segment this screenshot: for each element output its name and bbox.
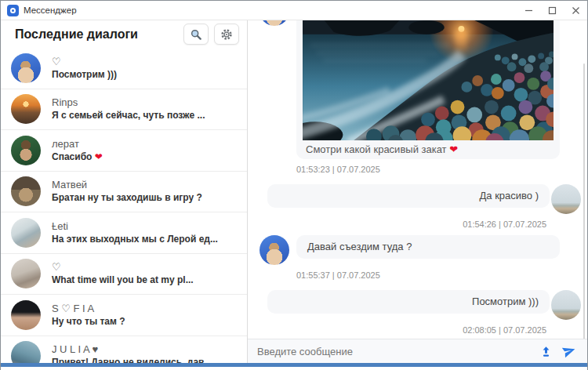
minimize-button[interactable]: [517, 1, 540, 20]
photo-message-bubble: Смотри какой красивый закат ❤: [296, 20, 560, 159]
dialog-preview: Привет! Давно не виделись, дав...: [52, 357, 212, 363]
dialog-preview: Ну что ты там ?: [52, 317, 125, 327]
outgoing-message-bubble: Посмотрим ))): [267, 290, 550, 314]
app-logo-icon: [7, 5, 19, 16]
message-row: Посмотрим ))): [267, 290, 587, 320]
dialog-item[interactable]: Ƚeti На этих выходных мы с Лерой ед...: [1, 212, 247, 254]
message-input-bar: [248, 339, 587, 363]
window-controls: [517, 1, 587, 20]
dialog-name: лерат: [52, 139, 103, 150]
avatar: [551, 290, 581, 320]
minimize-icon: [524, 6, 533, 15]
dialog-preview: Спасибо ❤: [52, 152, 103, 162]
dialog-name: ♡: [52, 56, 117, 67]
outgoing-message-bubble: Да красиво ): [267, 184, 550, 208]
search-button[interactable]: [183, 24, 209, 45]
message-timestamp: 02:08:05 | 07.07.2025: [248, 325, 587, 335]
attach-upload-button[interactable]: [535, 345, 557, 358]
dialog-name: Rinps: [52, 97, 205, 108]
maximize-icon: [548, 6, 557, 15]
dialogs-sidebar: Последние диалоги: [1, 20, 248, 363]
close-icon: [572, 6, 580, 15]
message-history[interactable]: Смотри какой красивый закат ❤ 01:53:23 |…: [248, 20, 587, 339]
dialog-item[interactable]: лерат Спасибо ❤: [1, 130, 247, 172]
dialog-preview: Я с семьей сейчас, чуть позже ...: [52, 111, 205, 121]
dialog-preview: На этих выходных мы с Лерой ед...: [52, 234, 218, 245]
title-bar: Мессенджер: [1, 1, 587, 20]
avatar: [11, 176, 41, 206]
avatar: [11, 300, 41, 330]
dialog-item[interactable]: Матвей Братан ну ты заходишь в игру ?: [1, 172, 247, 213]
avatar: [551, 184, 581, 214]
avatar: [11, 218, 41, 248]
dialog-preview: Посмотрим ))): [52, 70, 117, 80]
photo-caption: Смотри какой красивый закат ❤: [303, 140, 554, 155]
settings-button[interactable]: [214, 24, 239, 45]
avatar: [11, 53, 41, 83]
chat-panel: Смотри какой красивый закат ❤ 01:53:23 |…: [248, 20, 587, 363]
upload-icon: [539, 345, 553, 358]
window-title: Мессенджер: [24, 5, 517, 15]
dialog-list: ♡ Посмотрим ))) Rinps Я с семьей сейчас,…: [1, 48, 247, 363]
avatar: [260, 20, 289, 26]
sidebar-title: Последние диалоги: [15, 27, 178, 42]
dialog-name: Матвей: [52, 180, 202, 190]
message-row: Давай съездим туда ?: [260, 235, 587, 265]
app-window: Мессенджер Последние диалоги: [0, 0, 588, 370]
avatar: [11, 341, 41, 363]
dialog-item[interactable]: ♡ Посмотрим ))): [1, 48, 247, 89]
incoming-message-bubble: Давай съездим туда ?: [296, 235, 560, 259]
message-timestamp: 01:54:26 | 07.07.2025: [248, 219, 587, 229]
avatar: [11, 259, 41, 288]
red-heart-icon: ❤: [449, 143, 458, 155]
dialog-item[interactable]: J U L I A ♥ Привет! Давно не виделись, д…: [1, 336, 247, 364]
send-button[interactable]: [557, 344, 581, 358]
dialog-preview: Братан ну ты заходишь в игру ?: [52, 193, 202, 203]
message-input[interactable]: [256, 345, 535, 358]
sidebar-header: Последние диалоги: [1, 20, 247, 48]
dialog-item[interactable]: S ♡ F I A Ну что ты там ?: [1, 295, 247, 336]
gear-icon: [220, 28, 233, 41]
dialog-name: S ♡ F I A: [52, 303, 125, 314]
dialog-preview: What time will you be at my pl...: [52, 275, 194, 285]
dialog-item[interactable]: Rinps Я с семьей сейчас, чуть позже ...: [1, 89, 247, 131]
red-heart-icon: ❤: [95, 151, 103, 162]
avatar: [11, 94, 41, 124]
sunset-beach-photo[interactable]: [303, 20, 554, 140]
maximize-button[interactable]: [540, 1, 564, 20]
message-row: Да красиво ): [267, 184, 587, 214]
avatar: [260, 235, 289, 265]
scrollbar-thumb[interactable]: [583, 63, 585, 339]
dialog-name: J U L I A ♥: [52, 344, 212, 355]
message-timestamp: 01:55:37 | 07.07.2025: [248, 270, 587, 280]
message-timestamp: 01:53:23 | 07.07.2025: [248, 165, 587, 174]
dialog-item[interactable]: ♡ What time will you be at my pl...: [1, 254, 247, 296]
avatar: [11, 136, 41, 165]
search-icon: [190, 28, 202, 41]
send-paper-plane-icon: [562, 344, 576, 358]
dialog-name: Ƚeti: [52, 221, 218, 232]
dialog-name: ♡: [52, 262, 194, 273]
close-button[interactable]: [564, 1, 587, 20]
